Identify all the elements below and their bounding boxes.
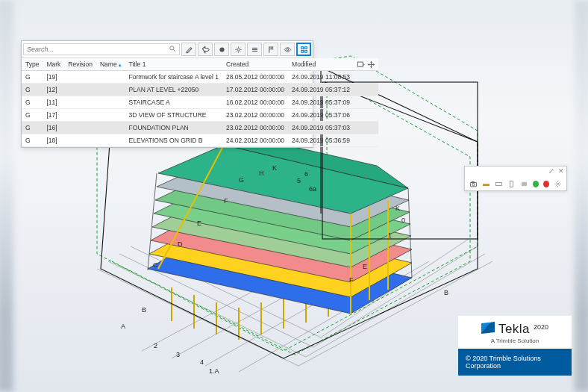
svg-rect-58 — [301, 50, 303, 52]
table-row[interactable]: G[19]Formwork for staircase A level 128.… — [22, 71, 378, 84]
svg-text:3: 3 — [176, 351, 180, 358]
col-revision[interactable]: Revision — [64, 58, 96, 71]
brand-card: Tekla 2020 A Trimble Solution © 2020 Tri… — [458, 316, 572, 376]
table-row[interactable]: G[18]ELEVATIONS ON GRID B24.02.2012 00:0… — [22, 134, 378, 147]
filled-circle-icon[interactable] — [214, 43, 229, 56]
settings-icon[interactable] — [231, 43, 245, 56]
svg-text:0: 0 — [401, 217, 405, 224]
svg-text:K: K — [272, 164, 277, 172]
svg-text:D: D — [178, 240, 183, 248]
table-row[interactable]: G[17]3D VIEW OF STRUCTURE23.02.2012 00:0… — [22, 109, 378, 122]
camera-icon[interactable] — [469, 179, 478, 188]
list-icon[interactable] — [247, 43, 262, 56]
brand-subtitle: A Trimble Solution — [491, 337, 539, 344]
tekla-logo-icon — [481, 322, 495, 334]
tag-move-icon[interactable] — [198, 43, 213, 56]
svg-point-55 — [287, 49, 288, 50]
brand-copyright: © 2020 Trimble Solutions Corporation — [458, 349, 572, 376]
svg-text:B: B — [444, 289, 448, 296]
svg-point-67 — [557, 183, 559, 185]
table-header-row: Type Mark Revision Name Title 1 Created … — [22, 58, 378, 71]
flag-icon[interactable] — [263, 43, 278, 56]
record-icon[interactable] — [543, 181, 549, 187]
svg-rect-56 — [301, 46, 303, 49]
svg-rect-65 — [510, 181, 513, 187]
edit-icon[interactable] — [181, 43, 196, 56]
svg-point-48 — [170, 46, 174, 50]
svg-text:6a: 6a — [309, 185, 316, 193]
svg-text:H: H — [259, 169, 264, 177]
rect-h-icon[interactable] — [495, 179, 503, 188]
svg-text:1: 1 — [388, 231, 392, 239]
svg-rect-64 — [495, 182, 501, 185]
build-icon[interactable]: ▬ — [482, 179, 490, 188]
svg-text:E: E — [363, 263, 367, 270]
status-green-icon[interactable] — [533, 181, 539, 187]
rect-v-icon[interactable] — [507, 179, 516, 188]
svg-text:F: F — [349, 276, 354, 284]
col-title1[interactable]: Title 1 — [125, 58, 222, 71]
svg-text:C: C — [153, 261, 158, 269]
drawing-list-panel: Type Mark Revision Name Title 1 Created … — [21, 40, 313, 148]
svg-point-50 — [219, 47, 224, 52]
open-drawing-icon[interactable] — [357, 60, 365, 69]
search-input[interactable] — [27, 46, 169, 53]
svg-text:1.A: 1.A — [209, 367, 219, 375]
expand-icon[interactable]: ⤢ — [548, 167, 554, 174]
svg-text:G: G — [239, 176, 244, 184]
svg-text:2: 2 — [154, 342, 157, 349]
svg-text:E: E — [197, 220, 201, 227]
drawing-table: Type Mark Revision Name Title 1 Created … — [22, 58, 378, 147]
gear-icon[interactable] — [554, 179, 562, 188]
svg-rect-57 — [304, 46, 307, 49]
col-type[interactable]: Type — [22, 58, 43, 71]
brand-name: Tekla — [498, 322, 530, 337]
svg-text:B: B — [142, 306, 146, 314]
snapshot-toolbar: ⤢ ✕ ▬ — [464, 166, 567, 191]
svg-text:6: 6 — [304, 170, 308, 178]
svg-text:5: 5 — [297, 177, 301, 184]
thumbnails-icon[interactable] — [296, 43, 311, 56]
svg-line-49 — [173, 49, 175, 51]
eye-icon[interactable] — [280, 43, 295, 56]
svg-point-51 — [237, 48, 239, 50]
table-row[interactable]: G[16]FOUNDATION PLAN23.02.2012 00:00:002… — [22, 122, 378, 134]
close-icon[interactable]: ✕ — [557, 167, 564, 174]
search-field[interactable] — [23, 43, 180, 55]
panel-toolbar — [22, 41, 313, 58]
col-created[interactable]: Created — [222, 58, 288, 71]
brand-year: 2020 — [534, 323, 548, 331]
svg-point-62 — [472, 183, 475, 185]
col-mark[interactable]: Mark — [43, 58, 64, 71]
svg-text:F: F — [224, 197, 228, 205]
svg-rect-66 — [522, 181, 527, 185]
move-icon[interactable] — [367, 60, 375, 69]
svg-text:A: A — [121, 323, 125, 330]
table-row[interactable]: G[12]PLAN AT LEVEL +2205017.02.2012 00:0… — [22, 84, 378, 96]
svg-text:K: K — [395, 205, 400, 212]
col-name[interactable]: Name — [96, 58, 125, 71]
svg-rect-59 — [304, 50, 307, 52]
col-modified[interactable]: Modified — [288, 58, 354, 71]
search-icon[interactable] — [169, 45, 176, 54]
svg-line-23 — [148, 173, 157, 270]
svg-rect-60 — [357, 62, 363, 66]
rect-fill-icon[interactable] — [520, 179, 528, 188]
svg-text:4: 4 — [200, 358, 204, 366]
table-row[interactable]: G[11]STAIRCASE A16.02.2012 00:00:0024.09… — [22, 96, 378, 109]
